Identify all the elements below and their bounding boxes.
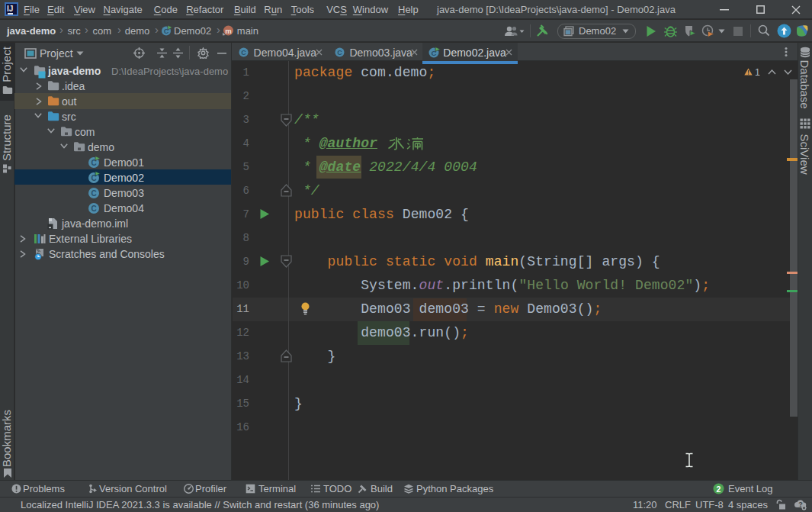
svg-text:C: C (337, 49, 342, 56)
svg-text:m: m (225, 27, 231, 35)
svg-text:2: 2 (717, 485, 721, 494)
svg-text:?: ? (798, 501, 803, 508)
svg-text:C: C (91, 204, 96, 213)
svg-text:C: C (91, 189, 96, 198)
svg-text:C: C (241, 49, 246, 56)
